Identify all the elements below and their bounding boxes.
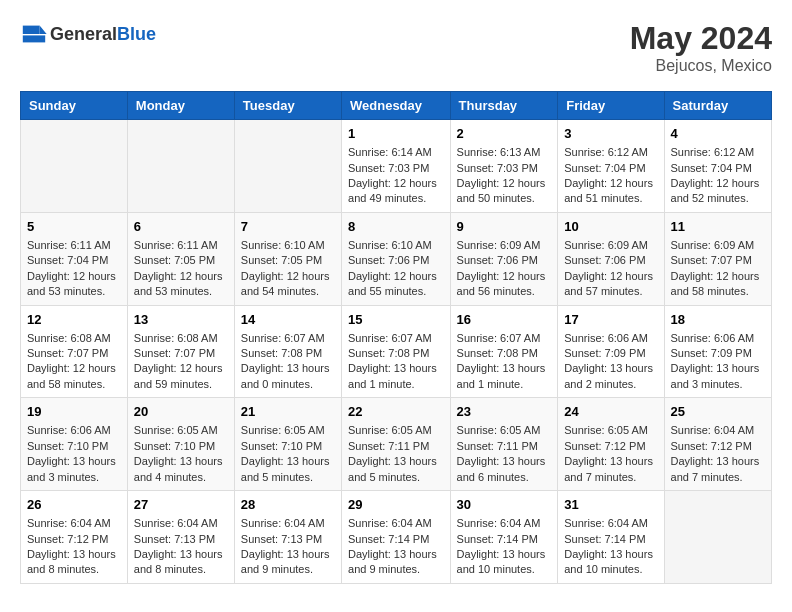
table-row: 15 Sunrise: 6:07 AM Sunset: 7:08 PM Dayl… — [342, 305, 451, 398]
table-row: 18 Sunrise: 6:06 AM Sunset: 7:09 PM Dayl… — [664, 305, 771, 398]
sunrise-info: Sunrise: 6:04 AM — [671, 424, 755, 436]
sunrise-info: Sunrise: 6:09 AM — [671, 239, 755, 251]
day-number: 10 — [564, 218, 657, 236]
sunset-info: Sunset: 7:08 PM — [457, 347, 538, 359]
sunrise-info: Sunrise: 6:06 AM — [564, 332, 648, 344]
sunset-info: Sunset: 7:14 PM — [457, 533, 538, 545]
day-number: 28 — [241, 496, 335, 514]
day-number: 14 — [241, 311, 335, 329]
sunset-info: Sunset: 7:12 PM — [27, 533, 108, 545]
table-row: 3 Sunrise: 6:12 AM Sunset: 7:04 PM Dayli… — [558, 120, 664, 213]
sunrise-info: Sunrise: 6:07 AM — [457, 332, 541, 344]
calendar-week-row: 19 Sunrise: 6:06 AM Sunset: 7:10 PM Dayl… — [21, 398, 772, 491]
table-row: 1 Sunrise: 6:14 AM Sunset: 7:03 PM Dayli… — [342, 120, 451, 213]
daylight-info: Daylight: 12 hours and 52 minutes. — [671, 177, 760, 204]
daylight-info: Daylight: 13 hours and 7 minutes. — [564, 455, 653, 482]
sunset-info: Sunset: 7:04 PM — [27, 254, 108, 266]
page-header: GeneralBlue May 2024 Bejucos, Mexico — [20, 20, 772, 75]
table-row: 11 Sunrise: 6:09 AM Sunset: 7:07 PM Dayl… — [664, 212, 771, 305]
sunrise-info: Sunrise: 6:04 AM — [241, 517, 325, 529]
daylight-info: Daylight: 13 hours and 5 minutes. — [348, 455, 437, 482]
day-number: 23 — [457, 403, 552, 421]
daylight-info: Daylight: 12 hours and 57 minutes. — [564, 270, 653, 297]
sunrise-info: Sunrise: 6:13 AM — [457, 146, 541, 158]
day-number: 7 — [241, 218, 335, 236]
daylight-info: Daylight: 12 hours and 53 minutes. — [27, 270, 116, 297]
sunset-info: Sunset: 7:06 PM — [457, 254, 538, 266]
daylight-info: Daylight: 12 hours and 59 minutes. — [134, 362, 223, 389]
table-row: 26 Sunrise: 6:04 AM Sunset: 7:12 PM Dayl… — [21, 491, 128, 584]
col-sunday: Sunday — [21, 92, 128, 120]
sunset-info: Sunset: 7:13 PM — [134, 533, 215, 545]
calendar-week-row: 1 Sunrise: 6:14 AM Sunset: 7:03 PM Dayli… — [21, 120, 772, 213]
sunrise-info: Sunrise: 6:04 AM — [457, 517, 541, 529]
sunset-info: Sunset: 7:08 PM — [348, 347, 429, 359]
sunset-info: Sunset: 7:03 PM — [457, 162, 538, 174]
table-row — [234, 120, 341, 213]
sunset-info: Sunset: 7:10 PM — [27, 440, 108, 452]
svg-rect-3 — [23, 35, 45, 42]
sunset-info: Sunset: 7:12 PM — [564, 440, 645, 452]
svg-rect-2 — [23, 26, 40, 34]
logo-general-text: General — [50, 24, 117, 44]
daylight-info: Daylight: 13 hours and 8 minutes. — [27, 548, 116, 575]
sunset-info: Sunset: 7:07 PM — [671, 254, 752, 266]
daylight-info: Daylight: 12 hours and 58 minutes. — [27, 362, 116, 389]
table-row — [664, 491, 771, 584]
sunrise-info: Sunrise: 6:14 AM — [348, 146, 432, 158]
sunrise-info: Sunrise: 6:06 AM — [27, 424, 111, 436]
daylight-info: Daylight: 13 hours and 10 minutes. — [457, 548, 546, 575]
daylight-info: Daylight: 12 hours and 51 minutes. — [564, 177, 653, 204]
day-number: 31 — [564, 496, 657, 514]
day-number: 21 — [241, 403, 335, 421]
sunset-info: Sunset: 7:14 PM — [564, 533, 645, 545]
sunrise-info: Sunrise: 6:04 AM — [348, 517, 432, 529]
table-row — [21, 120, 128, 213]
sunrise-info: Sunrise: 6:04 AM — [27, 517, 111, 529]
table-row: 29 Sunrise: 6:04 AM Sunset: 7:14 PM Dayl… — [342, 491, 451, 584]
sunrise-info: Sunrise: 6:04 AM — [564, 517, 648, 529]
daylight-info: Daylight: 13 hours and 8 minutes. — [134, 548, 223, 575]
sunset-info: Sunset: 7:10 PM — [241, 440, 322, 452]
daylight-info: Daylight: 13 hours and 0 minutes. — [241, 362, 330, 389]
table-row: 12 Sunrise: 6:08 AM Sunset: 7:07 PM Dayl… — [21, 305, 128, 398]
day-number: 2 — [457, 125, 552, 143]
day-number: 16 — [457, 311, 552, 329]
sunset-info: Sunset: 7:13 PM — [241, 533, 322, 545]
sunrise-info: Sunrise: 6:12 AM — [671, 146, 755, 158]
day-number: 22 — [348, 403, 444, 421]
sunrise-info: Sunrise: 6:07 AM — [241, 332, 325, 344]
logo: GeneralBlue — [20, 20, 156, 48]
daylight-info: Daylight: 13 hours and 3 minutes. — [27, 455, 116, 482]
table-row: 7 Sunrise: 6:10 AM Sunset: 7:05 PM Dayli… — [234, 212, 341, 305]
day-number: 5 — [27, 218, 121, 236]
sunset-info: Sunset: 7:14 PM — [348, 533, 429, 545]
sunrise-info: Sunrise: 6:10 AM — [241, 239, 325, 251]
daylight-info: Daylight: 12 hours and 54 minutes. — [241, 270, 330, 297]
table-row: 9 Sunrise: 6:09 AM Sunset: 7:06 PM Dayli… — [450, 212, 558, 305]
sunrise-info: Sunrise: 6:08 AM — [134, 332, 218, 344]
month-title: May 2024 — [630, 20, 772, 57]
table-row: 6 Sunrise: 6:11 AM Sunset: 7:05 PM Dayli… — [127, 212, 234, 305]
day-number: 30 — [457, 496, 552, 514]
day-number: 25 — [671, 403, 765, 421]
day-number: 11 — [671, 218, 765, 236]
table-row: 22 Sunrise: 6:05 AM Sunset: 7:11 PM Dayl… — [342, 398, 451, 491]
day-number: 19 — [27, 403, 121, 421]
table-row — [127, 120, 234, 213]
daylight-info: Daylight: 12 hours and 50 minutes. — [457, 177, 546, 204]
daylight-info: Daylight: 13 hours and 4 minutes. — [134, 455, 223, 482]
table-row: 21 Sunrise: 6:05 AM Sunset: 7:10 PM Dayl… — [234, 398, 341, 491]
logo-icon — [20, 20, 48, 48]
day-number: 1 — [348, 125, 444, 143]
sunrise-info: Sunrise: 6:05 AM — [564, 424, 648, 436]
calendar-table: Sunday Monday Tuesday Wednesday Thursday… — [20, 91, 772, 584]
day-number: 6 — [134, 218, 228, 236]
sunset-info: Sunset: 7:04 PM — [564, 162, 645, 174]
day-number: 26 — [27, 496, 121, 514]
day-number: 4 — [671, 125, 765, 143]
sunset-info: Sunset: 7:03 PM — [348, 162, 429, 174]
sunset-info: Sunset: 7:09 PM — [564, 347, 645, 359]
sunrise-info: Sunrise: 6:11 AM — [134, 239, 218, 251]
sunrise-info: Sunrise: 6:05 AM — [241, 424, 325, 436]
